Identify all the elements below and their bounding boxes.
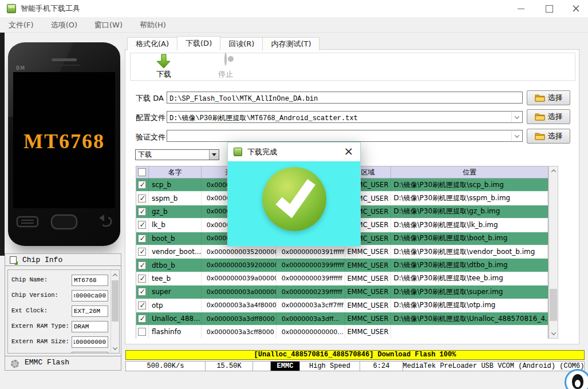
partition-name: scp_b <box>149 178 202 191</box>
download-da-input[interactable] <box>167 94 522 105</box>
row-checkbox[interactable] <box>138 208 146 216</box>
tab-download[interactable]: 下载(D) <box>177 36 220 50</box>
table-row[interactable]: Unalloc_488... 0x0000003a3dff8000 0x0000… <box>136 312 548 326</box>
ext-clock-label: Ext Clock: <box>11 307 48 314</box>
chip-info-scrollbar[interactable] <box>111 271 119 352</box>
download-da-label: 下载 DA <box>136 92 164 104</box>
stop-button-label: 停止 <box>208 69 243 80</box>
scrollbar-thumb[interactable] <box>550 289 557 321</box>
col-location[interactable]: 位置 <box>391 166 548 178</box>
phone-chip-label: MT6768 <box>13 129 115 153</box>
tab-memory-test[interactable]: 内存测试(T) <box>262 37 319 50</box>
col-name[interactable]: 名字 <box>149 166 202 178</box>
scroll-up-icon[interactable] <box>111 271 119 279</box>
chip-row: Chip Name: <box>8 275 119 286</box>
table-row[interactable]: vendor_boot... 0x0000000035200000 0x0000… <box>136 245 548 259</box>
scroll-up-icon[interactable] <box>549 166 558 176</box>
phone-screen: MT6768 <box>13 72 115 208</box>
menu-help[interactable]: 帮助(H) <box>131 17 175 33</box>
region: EMMC_USER <box>345 326 392 338</box>
ram-size-field[interactable] <box>72 336 108 348</box>
ram-type-field[interactable] <box>72 321 108 332</box>
download-complete-dialog: 下载完成 <box>227 142 361 247</box>
row-checkbox[interactable] <box>138 194 146 203</box>
dialog-close-icon[interactable] <box>341 144 357 160</box>
table-row[interactable]: tee_b 0x0000000039a00000 0x0000000039fff… <box>136 272 548 285</box>
dialog-title: 下载完成 <box>247 142 277 161</box>
choose-da-button[interactable]: 选择 <box>527 90 570 105</box>
scrollbar-thumb[interactable] <box>112 280 119 321</box>
select-all-checkbox[interactable] <box>138 168 146 176</box>
qq-penguin-icon[interactable] <box>565 369 588 389</box>
choose-auth-button[interactable]: 选择 <box>527 129 570 144</box>
row-checkbox[interactable] <box>138 275 146 283</box>
table-row[interactable]: super 0x000000003a000000 0x0000000239fff… <box>136 285 548 299</box>
table-row[interactable]: flashinfo 0x0000003a3cff8000 0x000000000… <box>136 326 548 339</box>
mode-select[interactable]: 下载 <box>135 149 219 160</box>
stop-icon <box>224 53 227 66</box>
toolbar-box <box>130 53 575 81</box>
table-row[interactable]: otp 0x0000003a3a4f8000 0x0000003a3cff7ff… <box>136 299 548 312</box>
partition-name: dtbo_b <box>149 259 202 271</box>
menu-window[interactable]: 窗口(W) <box>86 17 131 33</box>
window-title: 智能手机下载工具 <box>21 0 80 17</box>
chip-version-field[interactable] <box>72 290 108 301</box>
choose-button-label: 选择 <box>548 93 563 103</box>
row-checkbox[interactable] <box>138 328 146 336</box>
chip-info-panel: Chip Info Chip Name: Chip Version: Ext C… <box>5 253 121 371</box>
chip-extra-field[interactable] <box>72 352 108 354</box>
emmc-flash-label[interactable]: EMMC Flash <box>25 358 69 367</box>
tab-readback[interactable]: 回读(R) <box>220 37 263 50</box>
tab-format[interactable]: 格式化(A) <box>127 37 177 50</box>
scroll-down-icon[interactable] <box>549 329 558 338</box>
location: D:\镜像\P30刷机匣提取\Unalloc_488570816_4... <box>391 312 548 325</box>
row-checkbox[interactable] <box>138 288 146 296</box>
minimize-button[interactable] <box>512 0 530 17</box>
row-checkbox[interactable] <box>138 221 146 229</box>
gear-icon <box>11 360 19 368</box>
ext-clock-field[interactable] <box>72 305 108 317</box>
chip-info-title: Chip Info <box>22 254 62 266</box>
scroll-down-icon[interactable] <box>111 344 119 352</box>
location: D:\镜像\P30刷机匣提取\dtbo_b.img <box>391 259 548 271</box>
scatter-file-input[interactable] <box>167 113 522 124</box>
partition-name: sspm_b <box>149 192 202 204</box>
chevron-down-icon[interactable] <box>511 112 522 122</box>
folder-icon <box>535 132 545 140</box>
success-check-icon <box>262 167 326 231</box>
stop-button[interactable]: 停止 <box>208 54 243 80</box>
row-checkbox[interactable] <box>138 235 146 243</box>
dialog-title-bar[interactable]: 下载完成 <box>228 142 360 161</box>
auth-file-label: 验证文件 <box>136 131 165 143</box>
phone-illustration: BM MT6768 <box>8 42 120 246</box>
chip-phone-icon <box>10 256 17 264</box>
row-checkbox[interactable] <box>138 315 146 323</box>
menu-options[interactable]: 选项(O) <box>42 17 86 33</box>
row-checkbox[interactable] <box>138 301 146 309</box>
download-button[interactable]: 下载 <box>147 54 181 80</box>
region: EMMC_USER <box>345 259 392 271</box>
dropdown-arrow-icon[interactable] <box>209 150 219 160</box>
location: D:\镜像\P30刷机匣提取\lk_b.img <box>391 219 548 231</box>
chip-name-field[interactable] <box>72 275 108 286</box>
close-button[interactable] <box>567 0 585 17</box>
maximize-button[interactable] <box>540 0 558 17</box>
auth-file-input[interactable] <box>167 132 522 143</box>
partition-name: gz_b <box>149 205 202 218</box>
phone-nav-icons <box>15 212 113 232</box>
status-port: MediaTek PreLoader USB VCOM (Android) (C… <box>402 361 585 371</box>
chip-info-fields: Chip Name: Chip Version: Ext Clock: Exte… <box>7 269 120 354</box>
table-row[interactable]: dtbo_b 0x0000000039200000 0x00000000399f… <box>136 259 548 272</box>
end-address: 0x0000000239ffffff <box>277 285 345 298</box>
chevron-down-icon[interactable] <box>511 131 522 141</box>
choose-scatter-button[interactable]: 选择 <box>527 109 570 124</box>
table-scrollbar[interactable] <box>548 166 558 339</box>
partition-name: tee_b <box>149 272 202 285</box>
menu-bar: 文件(F) 选项(O) 窗口(W) 帮助(H) <box>0 17 588 33</box>
row-checkbox[interactable] <box>138 248 146 256</box>
location: D:\镜像\P30刷机匣提取\gz_b.img <box>391 205 548 218</box>
row-checkbox[interactable] <box>138 181 146 189</box>
menu-file[interactable]: 文件(F) <box>0 17 42 33</box>
start-address: 0x0000000035200000 <box>202 245 277 258</box>
row-checkbox[interactable] <box>138 261 146 269</box>
